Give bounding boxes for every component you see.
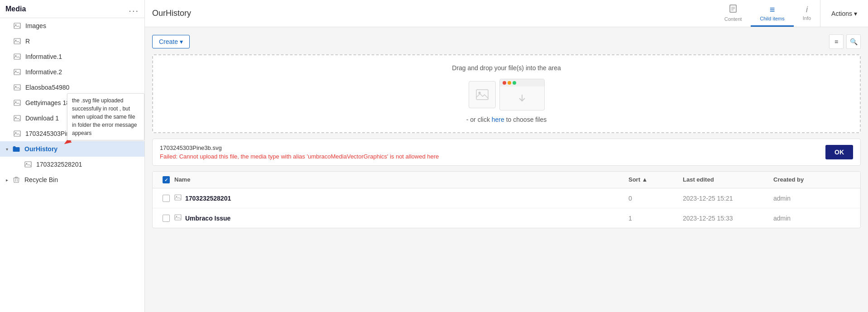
file-table: ✓ Name Sort ▲ Last edited Created by 170…	[152, 171, 861, 228]
error-filename: 1703245303Pine3b.svg	[160, 144, 439, 151]
sidebar-item-pine3b[interactable]: 1703245303Pine3b	[0, 126, 144, 141]
image-icon	[13, 67, 22, 77]
sidebar-item-label: Recycle Bin	[24, 176, 58, 183]
upload-dropzone[interactable]: Drag and drop your file(s) into the area	[152, 54, 861, 133]
search-icon: 🔍	[850, 38, 858, 45]
tab-content[interactable]: Content	[715, 0, 751, 27]
main-area: OurHistory Content ≡ Child items i Info …	[145, 0, 868, 312]
sidebar-item-informative1[interactable]: Informative.1	[0, 49, 144, 64]
window-titlebar	[500, 79, 544, 86]
topbar-tabs: Content ≡ Child items i Info	[715, 0, 820, 27]
tab-content-label: Content	[724, 16, 742, 22]
sidebar-item-informative2[interactable]: Informative.2	[0, 64, 144, 80]
tree-expander-ourhistory[interactable]: ▾	[4, 146, 10, 152]
upload-hint-text: Drag and drop your file(s) into the area	[452, 64, 561, 72]
create-label: Create	[159, 38, 178, 45]
row-created-by: admin	[773, 215, 855, 222]
create-button[interactable]: Create ▾	[152, 35, 190, 48]
image-icon	[13, 83, 22, 92]
list-view-button[interactable]: ≡	[829, 34, 844, 49]
table-header: ✓ Name Sort ▲ Last edited Created by	[153, 172, 860, 188]
sidebar-item-images[interactable]: Images	[0, 18, 144, 34]
upload-click-text: - or click here to choose files	[466, 116, 547, 123]
image-icon	[13, 21, 22, 30]
row-name: Umbraco Issue	[185, 215, 230, 222]
column-created-by: Created by	[773, 176, 855, 183]
select-all-checkbox[interactable]: ✓	[163, 176, 170, 183]
row-checkbox-area	[158, 215, 174, 222]
tab-childitems[interactable]: ≡ Child items	[751, 0, 793, 27]
sidebar-item-ourhistory[interactable]: ▾ OurHistory	[0, 141, 144, 157]
tab-info-label: Info	[803, 15, 811, 21]
row-checkbox[interactable]	[163, 195, 170, 202]
column-name: Name	[174, 176, 628, 183]
row-checkbox[interactable]	[163, 215, 170, 222]
svg-rect-4	[14, 54, 20, 59]
sidebar-item-download1[interactable]: Download 1 the .svg file uploaded succes…	[0, 110, 144, 126]
file-icon	[174, 214, 182, 222]
trash-icon	[12, 175, 21, 184]
actions-chevron-icon: ▾	[854, 10, 857, 17]
folder-icon	[12, 144, 21, 154]
window-body	[500, 86, 544, 110]
table-row[interactable]: 1703232528201 0 2023-12-25 15:21 admin	[153, 188, 860, 208]
svg-rect-10	[14, 100, 20, 106]
upload-window-icon	[499, 79, 545, 110]
image-icon	[13, 52, 22, 61]
image-icon	[13, 129, 22, 138]
sidebar-item-label: Images	[25, 22, 46, 29]
sidebar-item-child1703[interactable]: 1703232528201	[0, 157, 144, 172]
sidebar-item-label: OurHistory	[24, 145, 58, 153]
row-checkbox-area	[158, 195, 174, 202]
sidebar-item-label: 1703245303Pine3b	[25, 130, 80, 137]
image-icon	[13, 37, 22, 46]
sidebar: Media ... Images R Informative.1 Informa…	[0, 0, 145, 312]
sidebar-item-label: Elaosboa54980	[25, 84, 69, 91]
childitems-tab-icon: ≡	[770, 5, 775, 15]
svg-rect-12	[14, 115, 20, 121]
content-area: Create ▾ ≡ 🔍 Drag and drop your file(s) …	[145, 27, 868, 312]
dot-red	[503, 81, 506, 85]
row-last-edited: 2023-12-25 15:21	[683, 195, 773, 202]
file-icon	[174, 194, 182, 202]
sidebar-item-label: Informative.2	[25, 68, 62, 76]
row-name: 1703232528201	[185, 195, 231, 202]
image-icon	[13, 98, 22, 107]
column-sort[interactable]: Sort ▲	[628, 176, 683, 183]
svg-rect-17	[25, 162, 31, 167]
tab-info[interactable]: i Info	[794, 0, 820, 27]
sidebar-item-recycle-bin[interactable]: ▸ Recycle Bin	[0, 172, 144, 187]
error-area: 1703245303Pine3b.svg Failed: Cannot uplo…	[152, 139, 861, 166]
upload-click-link[interactable]: here	[492, 116, 504, 123]
sidebar-item-elaosboa[interactable]: Elaosboa54980	[0, 80, 144, 95]
table-row[interactable]: Umbraco Issue 1 2023-12-25 15:33 admin	[153, 208, 860, 228]
create-chevron-icon: ▾	[180, 38, 183, 45]
header-checkbox-area: ✓	[158, 176, 174, 183]
error-content: 1703245303Pine3b.svg Failed: Cannot uplo…	[160, 144, 439, 160]
svg-rect-23	[476, 90, 488, 100]
sidebar-item-gettyimages[interactable]: Gettyimages 184827885 56A0a4be3...	[0, 95, 144, 110]
svg-rect-25	[175, 195, 181, 200]
sidebar-item-label: 1703232528201	[36, 161, 82, 168]
topbar-actions: Actions ▾	[820, 0, 863, 27]
content-tab-icon	[729, 4, 738, 15]
svg-rect-14	[14, 131, 20, 136]
actions-button[interactable]: Actions ▾	[826, 7, 863, 20]
tree-expander-recycle[interactable]: ▸	[4, 177, 10, 183]
svg-rect-27	[175, 215, 181, 220]
sidebar-item-r[interactable]: R	[0, 34, 144, 49]
upload-illustration	[469, 79, 545, 110]
image-icon	[24, 160, 33, 169]
svg-rect-6	[14, 69, 20, 75]
ok-button[interactable]: OK	[825, 145, 853, 159]
sidebar-more-button[interactable]: ...	[129, 4, 139, 14]
error-message: Failed: Cannot upload this file, the med…	[160, 153, 439, 160]
sidebar-item-label: Download 1	[25, 115, 59, 122]
image-icon	[13, 114, 22, 123]
svg-rect-8	[14, 85, 20, 90]
search-button[interactable]: 🔍	[846, 34, 861, 49]
row-name-cell: 1703232528201	[174, 194, 628, 202]
toolbar-right: ≡ 🔍	[829, 34, 861, 49]
topbar: OurHistory Content ≡ Child items i Info …	[145, 0, 868, 27]
svg-rect-2	[14, 38, 20, 44]
